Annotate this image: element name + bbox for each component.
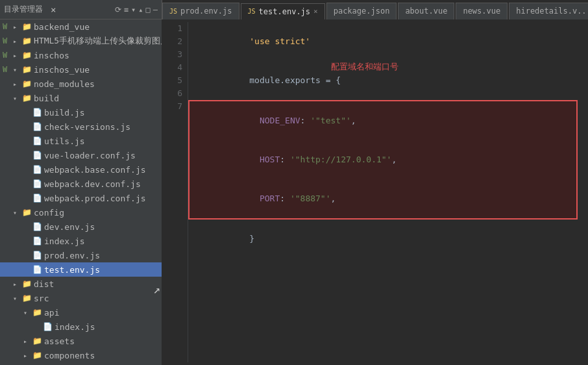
sidebar-item-webpack-base-conf-js[interactable]: ▸📄webpack.base.conf.js: [0, 162, 162, 177]
no-arrow: ▸: [23, 266, 32, 273]
tab-label: package.json: [334, 6, 390, 16]
item-label: assets: [44, 336, 162, 346]
sidebar-item-inschos[interactable]: W▸📁inschos: [0, 48, 162, 62]
folder-icon: 📁: [22, 51, 34, 60]
item-label: src: [34, 294, 162, 303]
code-line-1: 'use strict': [199, 22, 578, 61]
sidebar-item-src[interactable]: ▾📁src: [0, 291, 162, 305]
sidebar-item-webpack-dev-conf-js[interactable]: ▸📄webpack.dev.conf.js: [0, 177, 162, 191]
sidebar-item-build-js[interactable]: ▸📄build.js: [0, 105, 162, 120]
code-content: 'use strict' module.exports = { NODE_ENV…: [188, 22, 588, 362]
sidebar-item-api[interactable]: ▾📁api: [0, 305, 162, 320]
folder-arrow: ▾: [13, 295, 22, 302]
item-label: node_modules: [34, 79, 162, 89]
folder-icon: 📁: [22, 36, 34, 45]
code-line-3: NODE_ENV: '"test"',: [188, 100, 578, 140]
tab-test-env[interactable]: JS test.env.js ×: [241, 3, 325, 20]
js-file-icon-active: JS: [248, 8, 256, 15]
workspace-prefix: W: [3, 51, 13, 60]
collapse-icon[interactable]: ▾: [131, 5, 136, 14]
item-label: inschos_vue: [34, 65, 162, 75]
folder-icon: 📁: [22, 94, 34, 103]
sidebar-item-dist[interactable]: ▸📁dist: [0, 277, 162, 291]
tab-package-json[interactable]: package.json: [326, 3, 397, 19]
folder-icon: 📁: [22, 22, 34, 31]
folder-icon: 📁: [22, 279, 34, 288]
window-close-button[interactable]: ×: [51, 5, 56, 15]
no-arrow: ▸: [23, 181, 32, 188]
sidebar-item-dev-env-js[interactable]: ▸📄dev.env.js: [0, 220, 162, 234]
item-label: check-versions.js: [44, 122, 162, 132]
sidebar-item-assets[interactable]: ▸📁assets: [0, 334, 162, 348]
item-label: config: [34, 208, 162, 218]
tab-close-button[interactable]: ×: [313, 7, 318, 16]
code-line-4: HOST: '"http://127.0.0.1"',: [188, 140, 578, 179]
item-label: vue-loader.conf.js: [44, 151, 162, 160]
js-file-icon: 📄: [32, 151, 44, 160]
tab-label: news.vue: [463, 6, 500, 16]
tab-news-vue[interactable]: news.vue: [456, 3, 508, 19]
js-file-icon: JS: [169, 8, 177, 15]
main-layout: W▸📁backend_vueW▸📁HTML5手机移动端上传头像裁剪图片代...W…: [0, 19, 588, 365]
folder-icon: 📁: [32, 351, 44, 360]
sidebar: W▸📁backend_vueW▸📁HTML5手机移动端上传头像裁剪图片代...W…: [0, 19, 162, 365]
tab-hiredetails-vue[interactable]: hiredetails.v...: [509, 3, 588, 19]
sidebar-item-vue-loader-conf-js[interactable]: ▸📄vue-loader.conf.js: [0, 148, 162, 162]
sidebar-item-api-index-js[interactable]: ▸📄index.js: [0, 320, 162, 334]
sidebar-item-inschos-vue[interactable]: W▾📁inschos_vue: [0, 62, 162, 77]
no-arrow: ▸: [23, 166, 32, 173]
item-label: webpack.prod.conf.js: [44, 194, 162, 203]
folder-arrow: ▸: [13, 52, 22, 59]
workspace-prefix: W: [3, 22, 13, 31]
settings-icon[interactable]: ≡: [124, 5, 129, 14]
folder-icon: 📁: [22, 79, 34, 88]
minimize-icon[interactable]: —: [153, 5, 158, 14]
no-arrow: ▸: [23, 223, 32, 231]
top-bar: 目录管理器 × ⟳ ≡ ▾ ▴ □ — JS prod.env.js JS te…: [0, 0, 588, 19]
folder-icon: 📁: [32, 336, 44, 346]
folder-arrow: ▸: [13, 81, 22, 88]
js-file-icon: 📄: [32, 179, 44, 188]
sync-icon[interactable]: ⟳: [115, 5, 121, 14]
item-label: HTML5手机移动端上传头像裁剪图片代...: [34, 35, 162, 47]
js-file-icon: 📄: [32, 194, 44, 203]
expand-icon[interactable]: ▴: [138, 5, 143, 14]
sidebar-item-html5[interactable]: W▸📁HTML5手机移动端上传头像裁剪图片代...: [0, 34, 162, 48]
item-label: dist: [34, 279, 162, 289]
js-file-icon: 📄: [32, 122, 44, 131]
sidebar-item-backend-vue[interactable]: W▸📁backend_vue: [0, 19, 162, 34]
folder-arrow: ▸: [13, 23, 22, 31]
tab-label: hiredetails.v...: [516, 6, 588, 16]
folder-arrow: ▸: [23, 338, 32, 345]
js-file-icon: 📄: [32, 108, 44, 117]
sidebar-item-config[interactable]: ▾📁config: [0, 205, 162, 220]
sidebar-item-node-modules[interactable]: ▸📁node_modules: [0, 77, 162, 91]
folder-arrow: ▾: [13, 66, 22, 73]
sidebar-item-prod-env-js[interactable]: ▸📄prod.env.js: [0, 248, 162, 262]
sidebar-item-router[interactable]: ▸📁router: [0, 362, 162, 365]
tab-about-vue[interactable]: about.vue: [398, 3, 454, 19]
tab-label-active: test.env.js: [259, 7, 310, 16]
sidebar-item-check-versions-js[interactable]: ▸📄check-versions.js: [0, 120, 162, 134]
item-label: components: [44, 351, 162, 360]
no-arrow: ▸: [23, 152, 32, 159]
sidebar-item-webpack-prod-conf-js[interactable]: ▸📄webpack.prod.conf.js: [0, 191, 162, 205]
item-label: webpack.dev.conf.js: [44, 179, 162, 189]
tab-prod-env[interactable]: JS prod.env.js: [162, 3, 239, 19]
sidebar-item-utils-js[interactable]: ▸📄utils.js: [0, 134, 162, 148]
sidebar-item-components[interactable]: ▸📁components: [0, 348, 162, 362]
no-arrow: ▸: [23, 252, 32, 259]
item-label: index.js: [44, 236, 162, 246]
maximize-icon[interactable]: □: [146, 5, 151, 14]
item-label: build.js: [44, 108, 162, 118]
tab-label: about.vue: [405, 6, 447, 16]
sidebar-item-index-js[interactable]: ▸📄index.js: [0, 234, 162, 248]
sidebar-item-build[interactable]: ▾📁build: [0, 91, 162, 105]
sidebar-item-test-env-js[interactable]: ▸📄test.env.js: [0, 262, 162, 277]
code-editor[interactable]: 1 2 3 4 5 6 7 'use strict' module.export…: [165, 19, 588, 365]
js-file-icon: 📄: [32, 236, 44, 245]
code-line-5: PORT: '"8887"',: [188, 179, 578, 220]
window-title: 目录管理器: [4, 4, 43, 15]
tab-label: prod.env.js: [180, 6, 232, 16]
annotation-text: 配置域名和端口号: [331, 61, 398, 73]
